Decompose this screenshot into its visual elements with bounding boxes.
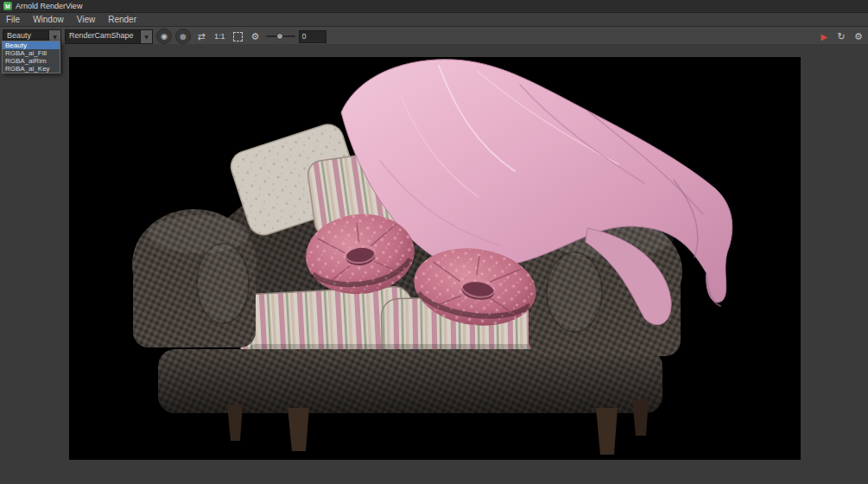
start-render-button[interactable]: ▶ [817, 29, 831, 43]
camera-select-value: RenderCamShape [66, 30, 140, 43]
title-bar: M Arnold RenderView [0, 0, 868, 13]
menu-render[interactable]: Render [108, 15, 136, 24]
menu-bar: File Window View Render [0, 13, 868, 27]
aov-dropdown-list: Beauty RGBA_ai_Fill RGBA_aiRim RGBA_ai_K… [2, 41, 60, 73]
menu-view[interactable]: View [77, 15, 96, 24]
aov-option-rgba-ai-fill[interactable]: RGBA_ai_Fill [3, 49, 60, 57]
marquee-region-icon [233, 32, 243, 41]
rendered-image [69, 57, 801, 460]
target-icon: ◉ [161, 32, 168, 41]
gear-icon: ⚙ [251, 31, 260, 42]
crop-region-button[interactable] [231, 29, 245, 43]
render-settings-button[interactable]: ⚙ [852, 29, 865, 43]
exposure-slider-handle[interactable] [276, 33, 283, 40]
chevron-down-icon: ▼ [140, 30, 152, 43]
debug-shading-button[interactable]: ⚙ [249, 29, 263, 43]
maya-app-icon: M [3, 2, 12, 10]
gear-icon: ⚙ [854, 31, 863, 42]
exposure-value-field[interactable] [299, 30, 326, 43]
render-viewport[interactable] [0, 44, 868, 484]
menu-window[interactable]: Window [33, 15, 64, 24]
aov-option-rgba-ai-key[interactable]: RGBA_ai_Key [3, 65, 60, 73]
render-toggle-button[interactable]: ◉ [156, 29, 172, 44]
window-title: Arnold RenderView [16, 2, 82, 10]
play-icon: ▶ [820, 32, 827, 41]
refresh-render-button[interactable]: ↻ [834, 29, 848, 43]
menu-file[interactable]: File [6, 15, 20, 24]
ab-compare-button[interactable]: ⇄ [194, 29, 208, 43]
arnold-renderview-window: M Arnold RenderView File Window View Ren… [0, 0, 868, 484]
aov-option-beauty[interactable]: Beauty [3, 41, 60, 49]
snapshot-button[interactable]: ● [175, 29, 191, 44]
aov-option-rgba-airim[interactable]: RGBA_aiRim [3, 57, 60, 65]
dot-icon: ● [180, 32, 187, 41]
swap-icon: ⇄ [197, 31, 205, 42]
zoom-ratio-label[interactable]: 1:1 [214, 32, 225, 41]
sofa-render [69, 57, 801, 460]
exposure-slider[interactable] [266, 29, 295, 43]
refresh-icon: ↻ [837, 31, 845, 42]
camera-select[interactable]: RenderCamShape ▼ [65, 29, 153, 44]
